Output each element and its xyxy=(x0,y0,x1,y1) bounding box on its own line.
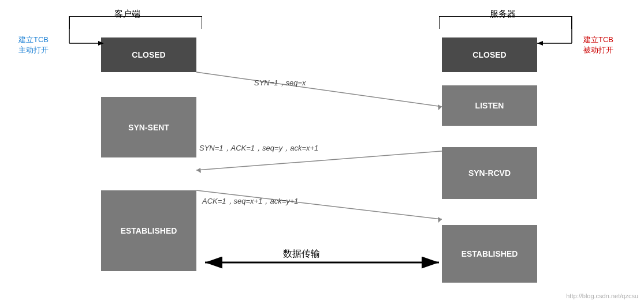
svg-line-8 xyxy=(196,151,442,170)
server-annotation2: 被动打开 xyxy=(583,45,613,55)
svg-marker-7 xyxy=(438,104,442,110)
client-annotation1: 建立TCB xyxy=(18,35,49,45)
server-established-box: ESTABLISHED xyxy=(442,225,537,283)
syn-ack-label: SYN=1，ACK=1，seq=y，ack=x+1 xyxy=(199,143,318,153)
server-syn-rcvd-box: SYN-RCVD xyxy=(442,147,537,199)
svg-marker-5 xyxy=(537,41,543,46)
server-closed-box: CLOSED xyxy=(442,37,537,72)
client-annotation2: 主动打开 xyxy=(18,45,49,55)
server-annotation1: 建立TCB xyxy=(583,35,613,45)
arrows-svg xyxy=(0,0,644,304)
client-syn-sent-box: SYN-SENT xyxy=(101,97,196,157)
svg-line-6 xyxy=(196,72,442,107)
data-transfer-label: 数据传输 xyxy=(283,248,320,260)
svg-marker-11 xyxy=(438,217,442,223)
ack-label: ACK=1，seq=x+1，ack=y+1 xyxy=(202,196,299,207)
server-listen-box: LISTEN xyxy=(442,85,537,126)
client-closed-box: CLOSED xyxy=(101,37,196,72)
watermark: http://blog.csdn.net/qzcsu xyxy=(566,292,638,299)
svg-marker-9 xyxy=(196,168,201,173)
tcp-diagram: 客户端 服务器 建立TCB 主动打开 建立TCB 被动打开 CLOSED CLO… xyxy=(0,0,644,304)
client-label: 客户端 xyxy=(114,9,140,20)
client-established-box: ESTABLISHED xyxy=(101,190,196,271)
server-label: 服务器 xyxy=(490,9,516,20)
syn-label: SYN=1，seq=x xyxy=(254,78,306,88)
